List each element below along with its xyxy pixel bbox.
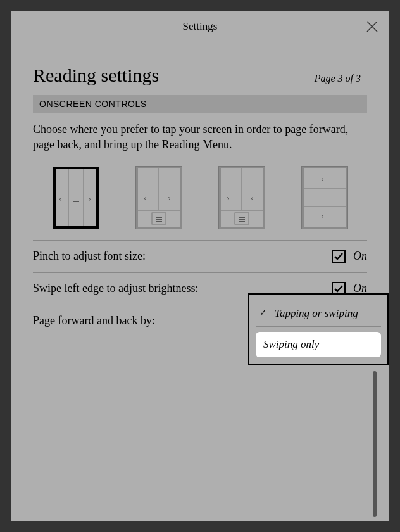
menu-icon bbox=[156, 217, 162, 222]
option-swipe-brightness-label: Swipe left edge to adjust brightness: bbox=[33, 282, 198, 295]
option-pinch: Pinch to adjust font size: On bbox=[33, 240, 367, 272]
scrollbar-thumb[interactable] bbox=[373, 371, 377, 517]
dropdown-item-swiping-only[interactable]: Swiping only bbox=[256, 332, 381, 357]
option-page-method-label: Page forward and back by: bbox=[33, 314, 155, 327]
layout-option-1[interactable]: ‹ › bbox=[53, 167, 99, 229]
close-button[interactable] bbox=[365, 19, 380, 34]
menu-icon bbox=[322, 196, 328, 201]
titlebar-title: Settings bbox=[183, 20, 218, 33]
instruction-text: Choose where you prefer to tap your scre… bbox=[33, 122, 367, 153]
option-pinch-label: Pinch to adjust font size: bbox=[33, 250, 146, 263]
titlebar: Settings bbox=[11, 11, 389, 42]
settings-panel: Settings Reading settings Page 3 of 3 ON… bbox=[11, 11, 389, 521]
page-heading: Reading settings bbox=[33, 65, 159, 86]
option-pinch-state: On bbox=[353, 250, 367, 263]
menu-icon bbox=[73, 198, 79, 203]
dropdown-separator bbox=[256, 326, 381, 327]
heading-row: Reading settings Page 3 of 3 bbox=[33, 65, 361, 86]
section-header: ONSCREEN CONTROLS bbox=[33, 95, 367, 113]
page-method-dropdown: Tapping or swiping Swiping only bbox=[248, 293, 389, 365]
menu-icon bbox=[239, 217, 245, 222]
layout-option-4[interactable]: ‹ › bbox=[302, 167, 347, 229]
dropdown-item-tapping-or-swiping[interactable]: Tapping or swiping bbox=[256, 301, 381, 326]
option-pinch-toggle[interactable]: On bbox=[332, 250, 367, 263]
close-icon bbox=[365, 19, 380, 34]
layout-options: ‹ › ‹ › › ‹ ‹ › bbox=[33, 167, 367, 229]
checkbox-checked-icon bbox=[332, 250, 346, 263]
layout-option-3[interactable]: › ‹ bbox=[219, 167, 265, 229]
layout-option-2[interactable]: ‹ › bbox=[136, 167, 182, 229]
page-indicator: Page 3 of 3 bbox=[315, 73, 361, 84]
